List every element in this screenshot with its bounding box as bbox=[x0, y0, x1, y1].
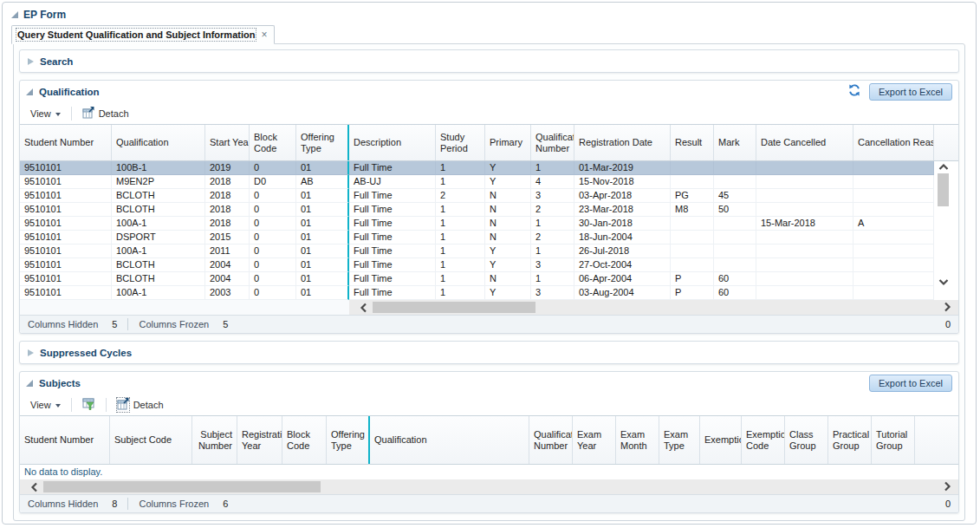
table-cell: 9510101 bbox=[20, 175, 112, 189]
horizontal-scrollbar[interactable] bbox=[20, 479, 958, 494]
column-header-description[interactable]: Description bbox=[349, 125, 436, 160]
table-cell bbox=[756, 189, 853, 203]
column-header-registration-year[interactable]: Registration Year bbox=[237, 416, 282, 464]
column-header-mark[interactable]: Mark bbox=[714, 125, 756, 160]
table-row[interactable]: 9510101BCLOTH2018001Full Time2N303-Apr-2… bbox=[20, 189, 934, 203]
qualification-table-header: Student NumberQualificationStart YearBlo… bbox=[20, 125, 958, 161]
suppressed-cycles-section[interactable]: Suppressed Cycles bbox=[19, 341, 959, 364]
search-section[interactable]: Search bbox=[19, 49, 959, 73]
table-row[interactable]: 9510101BCLOTH2004001Full Time1Y327-Oct-2… bbox=[20, 258, 934, 272]
column-header-subject-number[interactable]: Subject Number bbox=[192, 416, 237, 464]
columns-frozen-label: Columns Frozen bbox=[139, 319, 209, 329]
expand-icon[interactable] bbox=[28, 58, 34, 65]
column-header-block-code[interactable]: Block Code bbox=[250, 125, 296, 160]
column-header-offering-type[interactable]: Offering Type bbox=[327, 416, 370, 464]
table-cell: 01 bbox=[296, 272, 349, 286]
table-row[interactable]: 9510101BCLOTH2018001Full Time1N223-Mar-2… bbox=[20, 203, 934, 217]
table-row[interactable]: 9510101BCLOTH2004001Full Time1N106-Apr-2… bbox=[20, 272, 934, 286]
table-cell: 0 bbox=[250, 161, 296, 175]
subjects-panel-header: Subjects Export to Excel bbox=[20, 372, 958, 394]
columns-frozen-label: Columns Frozen bbox=[139, 499, 209, 509]
table-cell: 2004 bbox=[205, 258, 250, 272]
collapse-expanded-icon[interactable] bbox=[26, 88, 33, 95]
column-header-qualification[interactable]: Qualification bbox=[112, 125, 205, 160]
column-header-cancellation-reason[interactable]: Cancellation Reason bbox=[853, 125, 934, 160]
column-header-student-number[interactable]: Student Number bbox=[20, 125, 112, 160]
column-header-tutorial-group[interactable]: Tutorial Group bbox=[872, 416, 915, 464]
query-by-example-button[interactable] bbox=[79, 396, 99, 414]
chevron-down-icon bbox=[55, 113, 61, 116]
column-header-qualification[interactable]: Qualification bbox=[370, 416, 529, 464]
column-header-block-code[interactable]: Block Code bbox=[282, 416, 327, 464]
column-header-subject-code[interactable]: Subject Code bbox=[110, 416, 192, 464]
table-row[interactable]: 9510101DSPORT2015001Full Time1N218-Jun-2… bbox=[20, 231, 934, 244]
export-to-excel-button[interactable]: Export to Excel bbox=[869, 83, 952, 101]
columns-hidden-label: Columns Hidden bbox=[28, 499, 98, 509]
table-cell bbox=[756, 258, 853, 272]
table-cell bbox=[671, 244, 714, 258]
view-menu-button[interactable]: View bbox=[27, 107, 64, 121]
table-cell bbox=[853, 203, 934, 217]
column-header-primary[interactable]: Primary bbox=[485, 125, 531, 160]
table-cell: 9510101 bbox=[20, 244, 112, 258]
table-cell bbox=[756, 272, 853, 286]
vertical-scrollbar[interactable] bbox=[936, 161, 951, 300]
column-header-exam-year[interactable]: Exam Year bbox=[573, 416, 616, 464]
toolbar-separator bbox=[106, 398, 107, 412]
column-header-practical-group[interactable]: Practical Group bbox=[828, 416, 872, 464]
column-header-exam-month[interactable]: Exam Month bbox=[616, 416, 659, 464]
scroll-down-icon bbox=[938, 278, 949, 286]
subjects-table: Student NumberSubject CodeSubject Number… bbox=[20, 415, 958, 494]
table-cell: Full Time bbox=[349, 272, 436, 286]
table-cell: 27-Oct-2004 bbox=[574, 258, 671, 272]
table-row[interactable]: 9510101100A-12003001Full Time1Y303-Aug-2… bbox=[20, 286, 934, 300]
horizontal-scrollbar[interactable] bbox=[349, 300, 958, 315]
collapse-expanded-icon[interactable] bbox=[11, 11, 18, 18]
table-cell: D0 bbox=[250, 175, 296, 189]
collapse-expanded-icon[interactable] bbox=[26, 380, 33, 387]
qualification-panel: Qualification Export to Excel bbox=[19, 80, 959, 334]
column-header-qualification-number[interactable]: Qualification Number bbox=[531, 125, 574, 160]
view-menu-button[interactable]: View bbox=[27, 398, 64, 412]
column-header-exam-type[interactable]: Exam Type bbox=[659, 416, 700, 464]
detach-button[interactable]: Detach bbox=[114, 396, 167, 414]
tab-query-student-qualification[interactable]: Query Student Qualification and Subject … bbox=[11, 25, 275, 44]
column-header-exemption-code[interactable]: Exemption Code bbox=[742, 416, 785, 464]
expand-icon[interactable] bbox=[28, 349, 34, 356]
table-cell: 01 bbox=[296, 286, 349, 300]
table-cell: 15-Mar-2018 bbox=[756, 217, 853, 231]
column-header-study-period[interactable]: Study Period bbox=[436, 125, 485, 160]
column-header-exemption[interactable]: Exemption bbox=[700, 416, 742, 464]
table-cell: 9510101 bbox=[20, 286, 112, 300]
scrollbar-thumb[interactable] bbox=[373, 302, 535, 313]
table-row[interactable]: 9510101M9EN2P2018D0ABAB-UJ1Y415-Nov-2018 bbox=[20, 175, 934, 189]
table-row[interactable]: 9510101100A-12018001Full Time1N130-Jan-2… bbox=[20, 217, 934, 231]
column-header-result[interactable]: Result bbox=[671, 125, 714, 160]
refresh-icon[interactable] bbox=[847, 83, 861, 101]
column-header-offering-type[interactable]: Offering Type bbox=[296, 125, 349, 160]
table-cell: 60 bbox=[714, 272, 756, 286]
table-cell bbox=[714, 175, 756, 189]
detach-button[interactable]: Detach bbox=[79, 105, 133, 122]
table-row[interactable]: 9510101100B-12019001Full Time1Y101-Mar-2… bbox=[20, 161, 934, 175]
table-row[interactable]: 9510101100A-12011001Full Time1Y126-Jul-2… bbox=[20, 244, 934, 258]
column-header-start-year[interactable]: Start Year bbox=[205, 125, 250, 160]
scroll-right-icon bbox=[944, 302, 951, 312]
table-cell: 1 bbox=[531, 272, 574, 286]
scrollbar-thumb[interactable] bbox=[938, 173, 949, 206]
column-header-date-cancelled[interactable]: Date Cancelled bbox=[756, 125, 853, 160]
column-header-qualification-number[interactable]: Qualification Number bbox=[529, 416, 573, 464]
table-cell: 45 bbox=[714, 189, 756, 203]
table-cell: N bbox=[485, 217, 531, 231]
scrollbar-thumb[interactable] bbox=[43, 481, 321, 492]
subjects-panel: Subjects Export to Excel View bbox=[19, 371, 959, 513]
toolbar-separator bbox=[71, 107, 72, 121]
column-header-student-number[interactable]: Student Number bbox=[20, 416, 110, 464]
table-cell bbox=[853, 161, 934, 175]
export-to-excel-button[interactable]: Export to Excel bbox=[869, 375, 952, 392]
tab-close-icon[interactable]: × bbox=[261, 30, 267, 39]
table-cell bbox=[756, 231, 853, 244]
column-header-class-group[interactable]: Class Group bbox=[785, 416, 828, 464]
table-cell bbox=[853, 244, 934, 258]
column-header-registration-date[interactable]: Registration Date bbox=[574, 125, 671, 160]
